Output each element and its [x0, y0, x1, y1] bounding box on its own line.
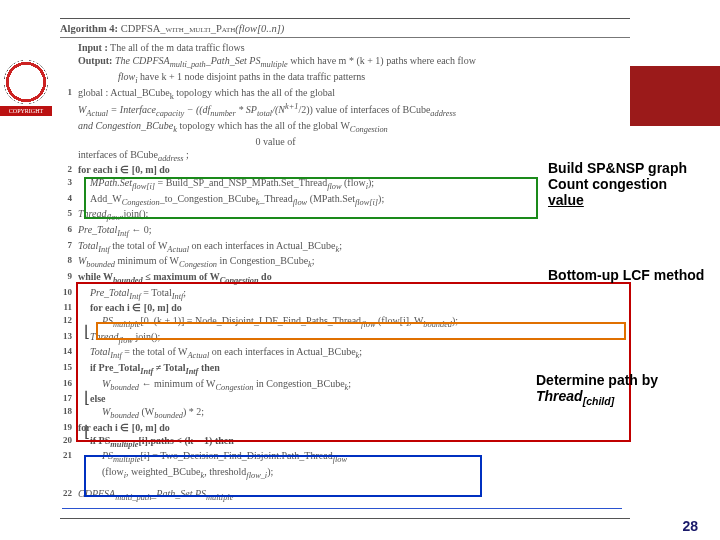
l8sub: bounded — [86, 260, 115, 269]
l1a: global : Actual_BCube — [78, 87, 170, 98]
callout3-l2a: Thread — [536, 388, 583, 404]
l9c: do — [259, 271, 272, 282]
l1j: and Congestion_BCube — [78, 120, 173, 131]
loop-bracket-3: ⌊ — [84, 422, 90, 441]
l1csub: Actual — [86, 110, 108, 119]
callout3-l2b: [child] — [583, 395, 615, 407]
output-label: Output: — [78, 55, 112, 66]
l1isub: address — [430, 110, 456, 119]
red-side-strip — [624, 66, 720, 126]
algo-title-prefix: Algorithm 4: — [60, 23, 121, 34]
l1m: interfaces of BCube — [78, 149, 158, 160]
l9a: while W — [78, 271, 113, 282]
callout-build-sp-nsp: Build SP&NSP graph Count congestion valu… — [548, 160, 687, 208]
blue-bottom-rule — [62, 508, 622, 509]
page-number: 28 — [682, 518, 698, 534]
callout1-l2: Count congestion — [548, 176, 667, 192]
copyright-bar: COPYRIGHT — [0, 106, 52, 116]
output-text-b: _Path_Set PS — [206, 55, 261, 66]
l7d: ; — [339, 240, 342, 251]
l8d: ; — [312, 255, 315, 266]
algo-output-row: Output: The CDPFSAmulti_path_Path_Set PS… — [60, 55, 630, 86]
l1d: = Interface — [108, 105, 156, 116]
output-sub-b: multiple — [260, 60, 287, 69]
l1h: k+1 — [285, 102, 298, 111]
l7: Total — [78, 240, 98, 251]
algo-title-name: CDPFSA_with_multi_Path — [121, 23, 236, 34]
callout1-l3: value — [548, 192, 584, 208]
l7b: the total of W — [110, 240, 168, 251]
l7c: on each interfaces in Actual_BCube — [189, 240, 335, 251]
l1b: topology which has the all of the global — [174, 87, 335, 98]
callout-bottom-up: Bottom-up LCF method — [548, 267, 704, 283]
l1f: * SP — [236, 105, 257, 116]
callout1-l1: Build SP&NSP graph — [548, 160, 687, 176]
l1fsub: total — [257, 110, 272, 119]
l1ksub: Congestion — [350, 125, 388, 134]
l6b: ← 0; — [129, 224, 152, 235]
l1dsub: capacity — [156, 110, 184, 119]
l9b: ≤ maximum of W — [143, 271, 220, 282]
l8c: in Congestion_BCube — [217, 255, 308, 266]
l1l: 0 value of — [78, 136, 296, 147]
callout-determine-path: Determine path by Thread[child] — [536, 372, 658, 407]
algorithm-title: Algorithm 4: CDPFSA_with_multi_Path(flow… — [60, 18, 630, 38]
l1n: ; — [184, 149, 189, 160]
l8bsub: Congestion — [179, 260, 217, 269]
callout3-l1: Determine path by — [536, 372, 658, 388]
l1g: /(N — [272, 105, 285, 116]
input-label: Input : — [78, 42, 108, 53]
input-text: The all of the m data traffic flows — [110, 42, 245, 53]
l1e: − ((df — [184, 105, 210, 116]
l7sub: Intf — [98, 245, 110, 254]
blue-annotation-box — [84, 455, 482, 497]
crest-logo — [4, 60, 48, 104]
l8b: minimum of W — [115, 255, 179, 266]
l1k: topology which has the all of the global… — [177, 120, 350, 131]
red-annotation-box — [76, 282, 631, 442]
l1esub: number — [210, 110, 235, 119]
l6: Pre_Total — [78, 224, 117, 235]
output-text-a: The CDPFSA — [115, 55, 170, 66]
green-annotation-box — [84, 177, 538, 219]
output-sub-a: multi_path — [170, 60, 206, 69]
l6sub: Intf — [117, 229, 129, 238]
l7bsub: Actual — [167, 245, 189, 254]
output-text-d: have k + 1 node disjoint paths in the da… — [138, 71, 366, 82]
loop-bracket-2: ⌊ — [84, 388, 90, 407]
l1i: /2)) value of interfaces of BCube — [298, 105, 430, 116]
loop-bracket-1: ⌊ — [84, 322, 90, 341]
output-text-c: which have m * (k + 1) paths where each … — [288, 55, 476, 66]
callout2-text: Bottom-up LCF method — [548, 267, 704, 283]
algo-title-args: (flow[0..n]) — [235, 23, 284, 34]
algo-input-row: Input : The all of the m data traffic fl… — [60, 42, 630, 55]
l1msub: address — [158, 154, 184, 163]
bottom-rule — [60, 518, 630, 519]
output-text-flow: flow — [78, 71, 135, 82]
orange-annotation-box — [96, 322, 626, 340]
